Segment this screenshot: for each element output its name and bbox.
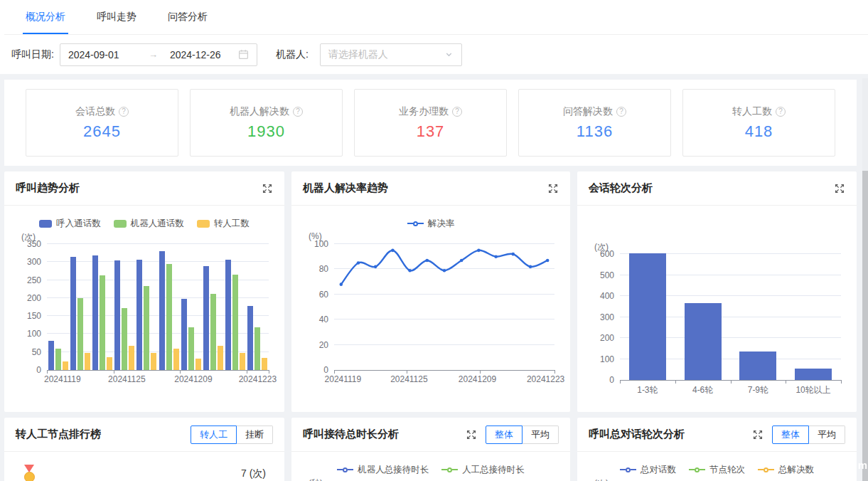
x-axis-tick [180, 370, 181, 374]
bar-机器人通话数 [55, 349, 61, 370]
expand-icon[interactable] [547, 183, 559, 194]
x-axis-category-label: 10轮以上 [795, 384, 830, 396]
call-trend-chart: 0501001502002503003502024111920241125202… [47, 244, 269, 371]
gold-medal-icon [23, 465, 36, 481]
panel-title: 呼叫总对话轮次分析 [589, 428, 685, 441]
y-axis-tick-label: 300 [600, 312, 614, 323]
question-circle-icon[interactable]: ? [616, 107, 626, 117]
legend-item[interactable]: 总对话数 [620, 464, 676, 476]
data-point [374, 265, 377, 269]
robot-label: 机器人: [276, 48, 309, 61]
legend-label: 节点轮次 [709, 464, 745, 476]
stat-card-value: 1930 [247, 122, 285, 141]
panel-session-rounds: 会话轮次分析 (次) 01002003004005006001-3轮4-6轮7-… [577, 171, 857, 412]
toggle-average[interactable]: 平均 [809, 426, 845, 444]
toggle-transfer-human[interactable]: 转人工 [191, 426, 237, 444]
y-axis-tick-label: 400 [600, 290, 614, 302]
bar-转人工数 [262, 358, 267, 370]
expand-icon[interactable] [466, 429, 477, 440]
legend-line-marker [758, 467, 774, 472]
expand-icon[interactable] [752, 429, 763, 440]
x-axis-tick-label: 20241119 [325, 374, 362, 384]
legend-line-marker [441, 467, 458, 472]
tab-call-trend[interactable]: 呼叫走势 [94, 0, 139, 34]
legend-line-marker [689, 467, 705, 472]
legend-item[interactable]: 呼入通话数 [39, 218, 101, 230]
call-date-label: 呼叫日期: [11, 48, 54, 61]
watermark: om [851, 459, 868, 471]
expand-icon[interactable] [262, 183, 273, 194]
bar-机器人通话数 [77, 298, 83, 370]
question-circle-icon[interactable]: ? [119, 107, 129, 117]
date-range-picker[interactable]: → [60, 43, 257, 66]
bar-group [114, 244, 136, 370]
legend-item[interactable]: 人工总接待时长 [441, 464, 525, 476]
x-axis-tick [786, 380, 786, 384]
bar-group [247, 244, 269, 370]
date-start-input[interactable] [68, 49, 136, 60]
legend-item[interactable]: 总解决数 [758, 464, 814, 476]
legend-item[interactable]: 节点轮次 [689, 464, 745, 476]
legend-item[interactable]: 转人工数 [197, 218, 250, 230]
tab-qa-analysis[interactable]: 问答分析 [165, 0, 210, 34]
bar-转人工数 [240, 353, 245, 370]
x-axis-tick [675, 380, 676, 384]
x-axis-tick [407, 370, 407, 374]
legend-item[interactable]: 解决率 [407, 218, 455, 230]
legend-label: 解决率 [428, 218, 455, 230]
legend-item[interactable]: 机器人总接待时长 [337, 464, 429, 476]
x-axis-tick-label: 20241125 [390, 374, 428, 384]
bar-呼入通话数 [92, 255, 98, 370]
y-axis-tick-label: 40 [319, 314, 328, 325]
y-axis-tick-label: 80 [319, 263, 328, 275]
toggle-average[interactable]: 平均 [523, 426, 559, 444]
bar-groups [47, 244, 269, 370]
bar-转人工数 [85, 353, 90, 370]
session-rounds-legend-empty [589, 216, 845, 231]
main-content: 会话总数? 2645 机器人解决数? 1930 业务办理数? 137 问答解决数… [0, 74, 868, 481]
bar-转人工数 [63, 361, 68, 370]
x-axis-tick [620, 380, 621, 384]
stat-card-label: 机器人解决数 [230, 105, 289, 118]
bar-呼入通话数 [159, 251, 165, 370]
data-point [408, 269, 412, 273]
legend-label: 总解决数 [778, 464, 814, 476]
question-circle-icon[interactable]: ? [452, 107, 462, 117]
panel-title: 会话轮次分析 [589, 181, 653, 195]
x-axis-tick [269, 370, 269, 374]
legend-label: 人工总接待时长 [462, 464, 525, 476]
dialog-rounds-toggle: 整体 平均 [772, 426, 845, 444]
bar-呼入通话数 [136, 260, 142, 370]
toggle-hangup[interactable]: 挂断 [237, 426, 273, 444]
session-rounds-chart: 01002003004005006001-3轮4-6轮7-9轮10轮以上 [620, 254, 841, 381]
x-axis-tick-label: 20241209 [174, 374, 212, 384]
date-end-input[interactable] [170, 49, 238, 60]
toggle-overall[interactable]: 整体 [772, 426, 809, 444]
data-point [391, 249, 395, 253]
x-axis-tick-label: 20241125 [108, 374, 146, 384]
dialog-rounds-legend: 总对话数节点轮次总解决数 [589, 462, 845, 477]
bar-呼入通话数 [181, 299, 187, 370]
scrollbar-thumb[interactable] [862, 171, 868, 481]
panel-title: 呼叫趋势分析 [16, 181, 80, 195]
bar-机器人通话数 [122, 308, 127, 370]
expand-icon[interactable] [834, 183, 845, 194]
robot-select[interactable]: 请选择机器人 [320, 43, 462, 66]
calendar-icon[interactable] [238, 49, 249, 60]
legend-line-marker [407, 221, 424, 226]
question-circle-icon[interactable]: ? [776, 107, 786, 117]
data-point [443, 269, 446, 273]
legend-item[interactable]: 机器人通话数 [114, 218, 184, 230]
y-axis-unit: (次) [594, 241, 845, 254]
bar-转人工数 [107, 357, 112, 370]
x-axis-category-label: 4-6轮 [692, 384, 713, 396]
tab-overview-analysis[interactable]: 概况分析 [23, 0, 68, 34]
toggle-overall[interactable]: 整体 [486, 426, 523, 444]
bar-转人工数 [173, 349, 179, 370]
question-circle-icon[interactable]: ? [293, 107, 303, 117]
bar-转人工数 [151, 353, 156, 370]
data-point [477, 249, 481, 253]
y-axis-tick-label: 100 [314, 238, 328, 250]
x-axis-tick [841, 380, 842, 384]
y-axis-tick-label: 0 [36, 364, 41, 376]
